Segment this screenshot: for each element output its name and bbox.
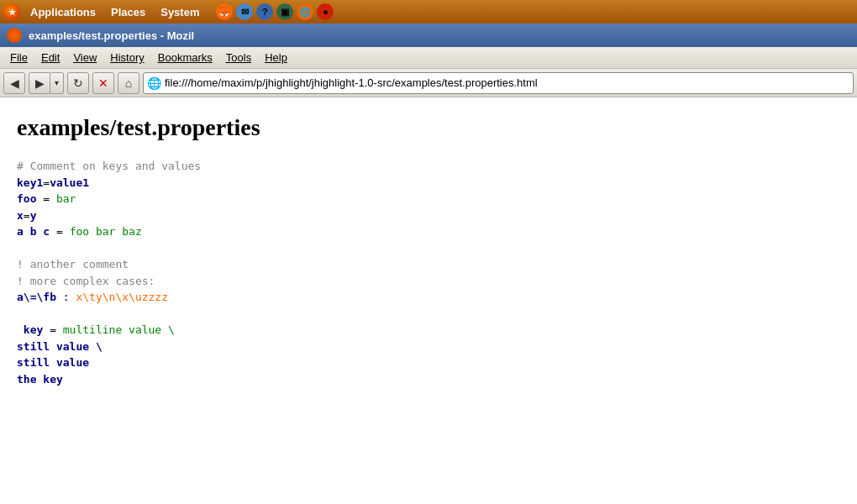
menu-file[interactable]: File (3, 49, 34, 66)
code-line-3: foo = bar (17, 191, 840, 207)
page-title: examples/test.properties (17, 114, 840, 141)
key-2: foo (17, 192, 36, 205)
val-5: x\ty\n\x\uzzzz (76, 291, 168, 303)
code-line-14: the key (17, 371, 840, 388)
code-line-13: still value (17, 354, 840, 371)
val-6: multiline value \ (63, 323, 175, 336)
menu-tools[interactable]: Tools (219, 49, 258, 66)
url-input[interactable] (165, 76, 849, 89)
menu-bar: File Edit View History Bookmarks Tools H… (0, 47, 857, 69)
terminal-icon[interactable]: ▣ (276, 3, 293, 20)
help-icon[interactable]: ? (256, 3, 273, 20)
reload-button[interactable]: ↻ (67, 72, 89, 94)
menu-help[interactable]: Help (258, 49, 294, 66)
browser-icon[interactable]: 🌐 (297, 3, 313, 20)
menu-system[interactable]: System (155, 4, 204, 20)
forward-button[interactable]: ▶ (29, 72, 50, 94)
code-line-7: ! another comment (17, 256, 840, 273)
content-area: examples/test.properties # Comment on ke… (0, 97, 857, 504)
key-6: key (17, 323, 43, 336)
window-title: examples/test.properties - Mozil (29, 29, 194, 42)
system-logo[interactable]: ★ (3, 3, 20, 20)
comment-1: # Comment on keys and values (17, 160, 201, 172)
code-line-12: still value \ (17, 339, 840, 355)
code-block: # Comment on keys and values key1=value1… (17, 158, 840, 387)
url-icon: 🌐 (147, 76, 161, 90)
comment-2: ! another comment (17, 258, 129, 270)
forward-dropdown[interactable]: ▾ (50, 72, 64, 94)
code-line-6 (17, 240, 840, 257)
menu-places[interactable]: Places (106, 4, 150, 20)
key-5: a\=\fb (17, 291, 56, 303)
comment-3: ! more complex cases: (17, 275, 155, 287)
code-line-5: a b c = foo bar baz (17, 223, 840, 240)
url-bar[interactable]: 🌐 (143, 72, 854, 94)
key-1: key1 (17, 176, 43, 189)
code-line-10 (17, 306, 840, 323)
firefox-icon[interactable]: 🦊 (216, 3, 233, 20)
menu-history[interactable]: History (103, 49, 150, 66)
code-line-11: key = multiline value \ (17, 322, 840, 339)
key-final: the key (17, 373, 63, 386)
browser-logo (7, 28, 22, 43)
val-4: foo bar baz (70, 225, 142, 238)
stop-button[interactable]: ✕ (92, 72, 114, 94)
code-line-1: # Comment on keys and values (17, 158, 840, 175)
back-button[interactable]: ◀ (3, 72, 25, 94)
code-line-9: a\=\fb : x\ty\n\x\uzzzz (17, 289, 840, 306)
code-line-8: ! more complex cases: (17, 273, 840, 290)
key-4: a b c (17, 225, 50, 238)
continuation-2: still value (17, 356, 89, 369)
code-line-4: x=y (17, 207, 840, 224)
home-button[interactable]: ⌂ (118, 72, 139, 94)
mail-icon[interactable]: ✉ (236, 3, 253, 20)
extra-icon[interactable]: ● (317, 3, 334, 20)
menu-view[interactable]: View (66, 49, 103, 66)
menu-applications[interactable]: Applications (25, 4, 101, 20)
nav-bar: ◀ ▶ ▾ ↻ ✕ ⌂ 🌐 (0, 69, 857, 97)
val-3: y (30, 209, 37, 222)
key-3: x (17, 209, 24, 222)
menu-edit[interactable]: Edit (34, 49, 66, 66)
val-2: bar (56, 192, 76, 205)
system-icons: 🦊 ✉ ? ▣ 🌐 ● (216, 3, 334, 20)
code-line-2: key1=value1 (17, 175, 840, 192)
system-bar: ★ Applications Places System 🦊 ✉ ? ▣ 🌐 ● (0, 0, 857, 24)
continuation-1: still value \ (17, 340, 103, 353)
menu-bookmarks[interactable]: Bookmarks (151, 49, 219, 66)
title-bar: examples/test.properties - Mozil (0, 24, 857, 47)
val-1: value1 (50, 176, 89, 189)
